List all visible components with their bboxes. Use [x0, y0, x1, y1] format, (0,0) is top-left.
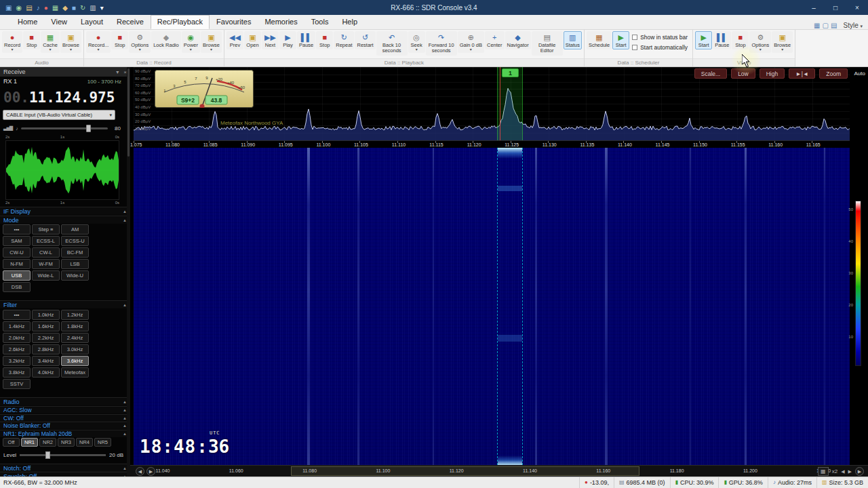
waterfall-run-button[interactable]: ▶ — [855, 467, 864, 476]
filter-3-2khz-button[interactable]: 3.2kHz — [3, 356, 31, 366]
mode-sam-button[interactable]: SAM — [3, 236, 31, 246]
power-icon[interactable]: ◉ — [16, 4, 22, 12]
tab-tools[interactable]: Tools — [304, 15, 336, 29]
filter-4-0khz-button[interactable]: 4.0kHz — [32, 367, 60, 378]
spectrum-item-button[interactable]: ►|◄ — [789, 68, 815, 79]
section-nr1[interactable]: NR1: Ephraim Malah 20dB▲ — [0, 430, 130, 437]
waterfall-selection[interactable] — [497, 148, 523, 465]
panel-scrollbar[interactable] — [127, 67, 130, 476]
ribbon-lock-radio-button[interactable]: ◆Lock Radio — [151, 31, 181, 49]
frequency-scale[interactable]: 11.07511.08011.08511.09011.09511.10011.1… — [134, 140, 850, 148]
spectrum-scale-button[interactable]: Scale... — [694, 68, 727, 79]
mode-wide-u-button[interactable]: Wide-U — [61, 270, 89, 281]
section-squelch[interactable]: Squelch: Off▲ — [0, 472, 130, 476]
zoom-in-button[interactable]: ▶ — [848, 469, 852, 474]
mode-usb-button[interactable]: USB — [3, 270, 31, 281]
panel-menu-icon[interactable]: ▾ — [116, 69, 119, 75]
nr-nr3-button[interactable]: NR3 — [58, 438, 75, 447]
nr-off-button[interactable]: Off — [3, 438, 20, 447]
ribbon-record-button[interactable]: ●Record▾ — [2, 31, 22, 53]
navigator-icon[interactable]: ◆ — [62, 4, 68, 12]
tab-favourites[interactable]: Favourites — [210, 15, 258, 29]
ribbon-start-button[interactable]: ▶Start — [695, 31, 712, 49]
ribbon-restart-button[interactable]: ↺Restart — [355, 31, 375, 49]
ribbon-record-button[interactable]: ●Record...▾ — [86, 31, 111, 53]
filter-2-4khz-button[interactable]: 2.4kHz — [61, 333, 89, 343]
filter-meteofax-button[interactable]: Meteofax — [61, 367, 89, 378]
ribbon-options-button[interactable]: ⚙Options▾ — [129, 31, 151, 53]
ribbon-stop-button[interactable]: ■Stop — [111, 31, 128, 49]
minimize-button[interactable]: – — [803, 0, 825, 15]
windows-icon[interactable]: ▤ — [831, 22, 837, 29]
tab-help[interactable]: Help — [335, 15, 364, 29]
ribbon-play-button[interactable]: ▶Play — [279, 31, 296, 49]
filter-3-6khz-button[interactable]: 3.6kHz — [61, 356, 89, 366]
memory-icon[interactable]: ▤ — [26, 4, 32, 12]
mode-ecss-l-button[interactable]: ECSS-L — [32, 236, 60, 246]
app-icon[interactable]: ▣ — [5, 4, 12, 12]
checkbox-box[interactable] — [632, 45, 637, 50]
zoom-out-button[interactable]: ◀ — [841, 469, 844, 474]
ribbon-stop-button[interactable]: ■Stop — [23, 31, 40, 49]
spectrum-high-button[interactable]: High — [760, 68, 785, 79]
display-options-button[interactable]: ▦ — [818, 467, 829, 476]
mode-am-button[interactable]: AM — [61, 224, 89, 235]
ribbon-browse-button[interactable]: ▣Browse▾ — [60, 31, 81, 53]
ribbon-status-button[interactable]: ▥Status — [564, 31, 582, 49]
more-icon[interactable]: ▾ — [100, 4, 104, 12]
filter-1-8khz-button[interactable]: 1.8kHz — [61, 321, 89, 331]
frequency-display[interactable]: 00.11.124.975 — [3, 86, 115, 108]
mode-cw-l-button[interactable]: CW-L — [32, 247, 60, 258]
ribbon-schedule-button[interactable]: ▦Schedule — [587, 31, 612, 49]
mode-step-button[interactable]: Step ≡ — [32, 224, 60, 235]
ribbon-gain-0-db-button[interactable]: ⊕Gain 0 dB▾ — [458, 31, 484, 53]
layout-icon[interactable]: ▦ — [814, 22, 820, 29]
ribbon-browse-button[interactable]: ▣Browse▾ — [772, 31, 793, 53]
cascade-icon[interactable]: ▢ — [823, 22, 829, 29]
mode-wide-l-button[interactable]: Wide-L — [32, 270, 60, 281]
filter-1-6khz-button[interactable]: 1.6kHz — [32, 321, 60, 331]
mode-cw-u-button[interactable]: CW-U — [3, 247, 31, 258]
ribbon-options-button[interactable]: ⚙Options▾ — [749, 31, 771, 53]
grid-icon[interactable]: ▦ — [52, 4, 58, 12]
ribbon-seek-button[interactable]: ◎Seek▾ — [408, 31, 425, 53]
checkbox-start-automatically[interactable]: Start automatically — [632, 44, 688, 51]
waterfall-colorbar[interactable] — [855, 201, 861, 366]
section-if-display[interactable]: IF Display▲ — [0, 207, 130, 215]
nr-nr2-button[interactable]: NR2 — [39, 438, 56, 447]
section-noise-blanker[interactable]: Noise Blanker: Off▲ — [0, 422, 130, 429]
tab-receive[interactable]: Receive — [110, 15, 151, 29]
filter-2-0khz-button[interactable]: 2.0kHz — [3, 333, 31, 343]
tab-home[interactable]: Home — [11, 15, 44, 29]
maximize-button[interactable]: □ — [825, 0, 846, 15]
channel-band[interactable] — [497, 67, 523, 140]
checkbox-show-in-status-bar[interactable]: Show in status bar — [632, 34, 688, 41]
ribbon-pause-button[interactable]: ▌▌Pause — [297, 31, 315, 49]
filter-item-button[interactable]: ••• — [3, 310, 31, 320]
tab-layout[interactable]: Layout — [74, 15, 110, 29]
section-agc[interactable]: AGC: Slow▲ — [0, 406, 130, 413]
ribbon-back-10-seconds-button[interactable]: ↶Back 10 seconds — [376, 31, 408, 56]
waterfall-display[interactable] — [134, 148, 850, 465]
mode-dsb-button[interactable]: DSB — [3, 282, 31, 292]
ribbon-center-button[interactable]: +Center — [485, 31, 505, 49]
filter-3-0khz-button[interactable]: 3.0kHz — [61, 344, 89, 354]
filter-2-2khz-button[interactable]: 2.2kHz — [32, 333, 60, 343]
refresh-icon[interactable]: ↻ — [80, 4, 85, 12]
ribbon-browse-button[interactable]: ▣Browse▾ — [201, 31, 222, 53]
mode-item-button[interactable]: ••• — [3, 224, 31, 235]
nr-nr1-button[interactable]: NR1 — [21, 438, 38, 447]
mode-ecss-u-button[interactable]: ECSS-U — [61, 236, 89, 246]
close-button[interactable]: × — [846, 0, 868, 15]
tab-memories[interactable]: Memories — [258, 15, 304, 29]
ribbon-prev-button[interactable]: ◀◀Prev — [226, 31, 243, 49]
ribbon-cache-button[interactable]: ▦Cache▾ — [41, 31, 60, 53]
spectrum-zoom-button[interactable]: Zoom — [819, 68, 848, 79]
record-icon[interactable]: ● — [44, 4, 48, 12]
mode-lsb-button[interactable]: LSB — [61, 259, 89, 269]
ribbon-stop-button[interactable]: ■Stop — [732, 31, 749, 49]
section-radio[interactable]: Radio▲ — [0, 397, 130, 405]
display-icon[interactable]: ■ — [72, 4, 76, 12]
filter-1-2khz-button[interactable]: 1.2kHz — [61, 310, 89, 320]
mode-n-fm-button[interactable]: N-FM — [3, 259, 31, 269]
